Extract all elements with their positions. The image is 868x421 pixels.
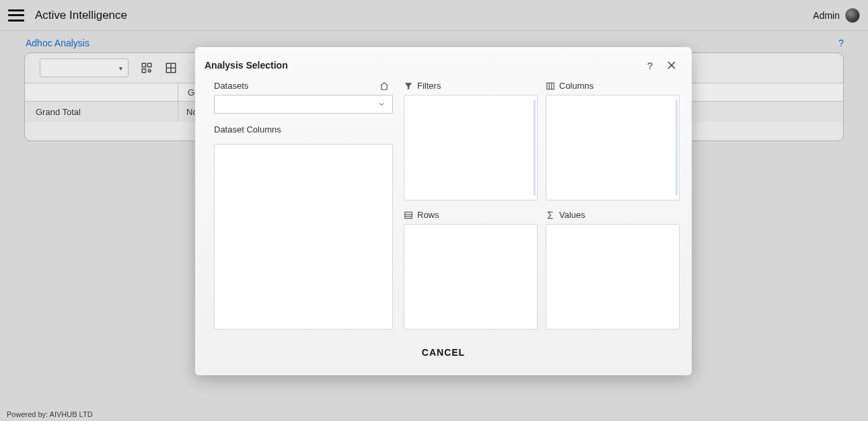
help-icon[interactable]: ?: [838, 38, 844, 48]
analysis-selection-modal: Analysis Selection ? Datasets Dataset Co…: [195, 47, 692, 375]
modal-footer: CANCEL: [195, 330, 692, 375]
values-dropbox[interactable]: [546, 224, 680, 330]
columns-icon: [546, 81, 555, 91]
values-zone: Values: [546, 210, 680, 330]
filters-label: Filters: [417, 81, 441, 91]
datasets-label: Datasets: [214, 81, 248, 91]
rows-zone: Rows: [404, 210, 538, 330]
columns-dropbox[interactable]: [546, 95, 680, 200]
rows-label: Rows: [417, 210, 439, 220]
sigma-icon: [546, 210, 555, 220]
filter-icon: [404, 81, 413, 91]
filters-dropbox[interactable]: [404, 95, 538, 200]
rows-icon: [404, 210, 413, 220]
breadcrumb[interactable]: Adhoc Analysis: [26, 38, 89, 48]
values-label: Values: [559, 210, 585, 220]
chevron-down-icon: ▾: [119, 65, 122, 72]
menu-hamburger-icon[interactable]: [8, 9, 24, 22]
powered-by: Powered by: AIVHUB LTD: [7, 410, 93, 418]
filters-zone: Filters: [404, 81, 538, 200]
rows-dropbox[interactable]: [404, 224, 538, 330]
svg-rect-0: [142, 63, 145, 67]
svg-rect-9: [547, 83, 554, 89]
svg-point-3: [148, 69, 151, 72]
grid-settings-icon[interactable]: [141, 62, 153, 74]
app-header: Active Intelligence Admin: [0, 0, 868, 31]
dataset-columns-label: Dataset Columns: [214, 124, 281, 135]
modal-header: Analysis Selection ?: [195, 47, 692, 74]
chevron-down-icon: [377, 100, 386, 108]
grid-dropdown[interactable]: ▾: [40, 59, 129, 77]
grid-row-label: Grand Total: [25, 102, 178, 122]
modal-left-column: Datasets Dataset Columns: [214, 81, 393, 330]
modal-right-grid: Filters Columns: [404, 81, 680, 330]
modal-title: Analysis Selection: [205, 60, 288, 71]
app-title: Active Intelligence: [35, 9, 127, 22]
dataset-columns-listbox[interactable]: [214, 144, 393, 330]
modal-help-icon[interactable]: ?: [643, 59, 657, 72]
columns-zone: Columns: [546, 81, 680, 200]
svg-rect-12: [405, 212, 412, 218]
columns-label: Columns: [559, 81, 593, 91]
grid-table-icon[interactable]: [165, 62, 177, 74]
svg-rect-1: [148, 63, 151, 67]
svg-rect-2: [142, 69, 145, 73]
cancel-button[interactable]: CANCEL: [422, 347, 465, 358]
home-icon[interactable]: [379, 81, 389, 91]
close-icon[interactable]: [665, 59, 678, 72]
username-label: Admin: [813, 10, 840, 21]
datasets-dropdown[interactable]: [214, 95, 393, 114]
avatar[interactable]: [845, 8, 860, 23]
